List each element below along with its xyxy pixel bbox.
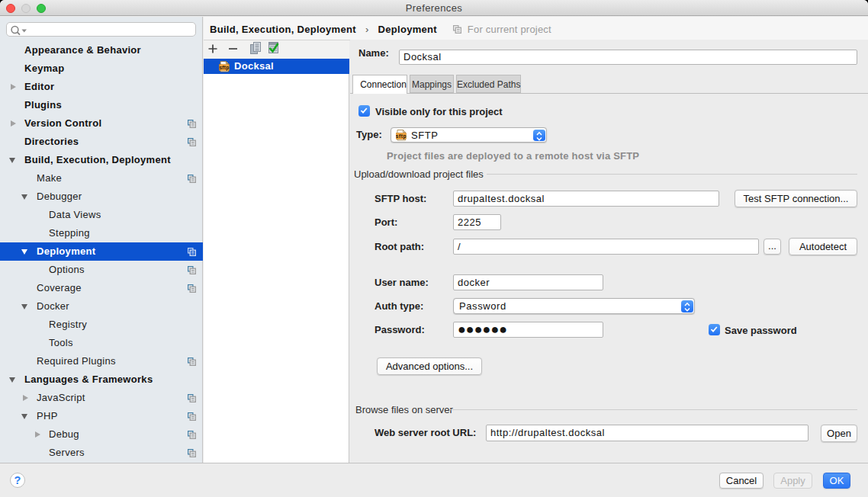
svg-text:sftp: sftp bbox=[219, 65, 229, 71]
svg-text:sftp: sftp bbox=[396, 133, 407, 139]
